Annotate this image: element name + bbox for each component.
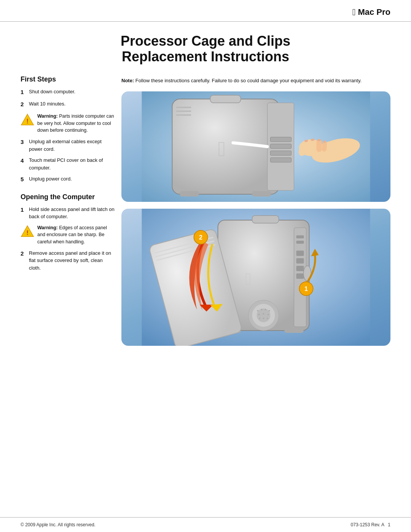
warning-block: ! Warning: Parts inside computer can be … (21, 113, 115, 134)
first-steps-list-cont: 3 Unplug all external cables except powe… (21, 138, 115, 184)
svg-rect-33 (285, 328, 304, 333)
note-text: Follow these instructions carefully. Fai… (135, 78, 362, 83)
svg-text::  (218, 137, 225, 161)
step-number: 1 (21, 88, 29, 97)
header-product-name: Mac Pro (358, 7, 390, 17)
doc-title-line1: Processor Cage and Clips (121, 33, 290, 49)
step-number: 4 (21, 157, 29, 165)
doc-title-line2: Replacement Instructions (122, 49, 289, 64)
svg-rect-7 (176, 107, 191, 108)
svg-rect-40 (296, 273, 304, 279)
first-steps-list: 1 Shut down computer. 2 Wait 10 minutes. (21, 88, 115, 109)
top-illustration:  (121, 91, 390, 202)
warning-text: Warning: Parts inside computer can be ve… (37, 113, 115, 134)
svg-point-45 (257, 310, 259, 312)
step-text: Unplug power cord. (29, 175, 115, 183)
list-item: 1 Hold side access panel and lift latch … (21, 206, 115, 220)
document-title: Processor Cage and Clips Replacement Ins… (21, 33, 390, 65)
svg-text:1: 1 (304, 286, 308, 292)
svg-rect-28 (252, 191, 271, 197)
bottom-illustration:  (121, 209, 390, 346)
warning-label: Warning: (37, 113, 58, 119)
opening-steps-list: 1 Hold side access panel and lift latch … (21, 206, 115, 220)
svg-rect-14 (271, 151, 292, 155)
step-number: 3 (21, 138, 29, 147)
svg-rect-35 (296, 235, 304, 238)
mac-pro-top-svg:  (121, 91, 390, 202)
svg-rect-12 (271, 137, 292, 142)
step-number: 1 (21, 206, 29, 214)
step-text: Hold side access panel and lift latch on… (29, 206, 115, 220)
step-text: Unplug all external cables except power … (29, 138, 115, 153)
svg-rect-6 (210, 95, 241, 103)
footer-revision: 073-1253 Rev. A 1 (350, 522, 390, 527)
list-item: 4 Touch metal PCI cover on back of compu… (21, 157, 115, 171)
svg-point-54 (267, 318, 268, 319)
svg-point-46 (261, 309, 263, 310)
step-text: Wait 10 minutes. (29, 100, 115, 108)
svg-point-52 (259, 318, 261, 319)
svg-rect-36 (296, 241, 304, 244)
note-label: Note: (121, 78, 134, 83)
svg-rect-37 (296, 251, 304, 256)
page-body: First Steps 1 Shut down computer. 2 Wait… (21, 75, 390, 353)
svg-rect-38 (296, 258, 304, 264)
svg-text::  (245, 269, 251, 289)
step-text: Shut down computer. (29, 88, 115, 96)
warning-triangle-icon: ! (21, 113, 34, 126)
left-column: First Steps 1 Shut down computer. 2 Wait… (21, 75, 121, 353)
page-header:  Mac Pro (0, 0, 411, 22)
list-item: 1 Shut down computer. (21, 88, 115, 97)
opening-steps-list-cont: 2 Remove access panel and place it on fl… (21, 249, 115, 272)
header-title:  Mac Pro (352, 7, 390, 18)
svg-rect-13 (271, 144, 292, 149)
list-item: 2 Remove access panel and place it on fl… (21, 249, 115, 272)
svg-rect-15 (271, 158, 292, 162)
svg-point-44 (257, 308, 271, 322)
svg-text:2: 2 (199, 234, 202, 241)
right-column: Note: Follow these instructions carefull… (121, 75, 390, 353)
svg-point-47 (265, 309, 266, 310)
svg-point-53 (263, 318, 264, 319)
warning-triangle-icon-2: ! (21, 224, 34, 238)
page-footer: © 2009 Apple Inc. All rights reserved. 0… (0, 517, 411, 532)
list-item: 3 Unplug all external cables except powe… (21, 138, 115, 153)
svg-text:!: ! (26, 118, 29, 125)
svg-rect-9 (176, 114, 191, 116)
note-box: Note: Follow these instructions carefull… (121, 75, 390, 85)
svg-rect-8 (176, 110, 191, 112)
step-text: Touch metal PCI cover on back of compute… (29, 157, 115, 171)
svg-point-48 (269, 310, 270, 312)
list-item: 2 Wait 10 minutes. (21, 100, 115, 109)
list-item: 5 Unplug power cord. (21, 175, 115, 184)
warning-label-2: Warning: (37, 225, 58, 230)
warning-block-2: ! Warning: Edges of access panel and enc… (21, 224, 115, 246)
svg-point-49 (258, 314, 260, 315)
main-content: Processor Cage and Clips Replacement Ins… (0, 22, 411, 364)
step-number: 2 (21, 249, 29, 258)
footer-copyright: © 2009 Apple Inc. All rights reserved. (21, 522, 96, 527)
first-steps-section: First Steps 1 Shut down computer. 2 Wait… (21, 75, 115, 184)
svg-point-51 (268, 314, 269, 315)
step-number: 2 (21, 100, 29, 109)
svg-point-50 (263, 313, 264, 315)
svg-point-25 (317, 139, 321, 141)
step-number: 5 (21, 175, 29, 184)
svg-text:!: ! (26, 229, 29, 236)
mac-pro-bottom-svg:  (121, 209, 390, 346)
first-steps-heading: First Steps (21, 75, 115, 83)
svg-rect-27 (180, 191, 199, 197)
opening-computer-heading: Opening the Computer (21, 193, 115, 201)
apple-logo-icon:  (352, 7, 356, 18)
step-text: Remove access panel and place it on flat… (29, 249, 115, 272)
opening-computer-section: Opening the Computer 1 Hold side access … (21, 193, 115, 272)
svg-rect-39 (296, 266, 304, 271)
warning-text-2: Warning: Edges of access panel and enclo… (37, 224, 115, 246)
svg-rect-31 (252, 216, 279, 223)
